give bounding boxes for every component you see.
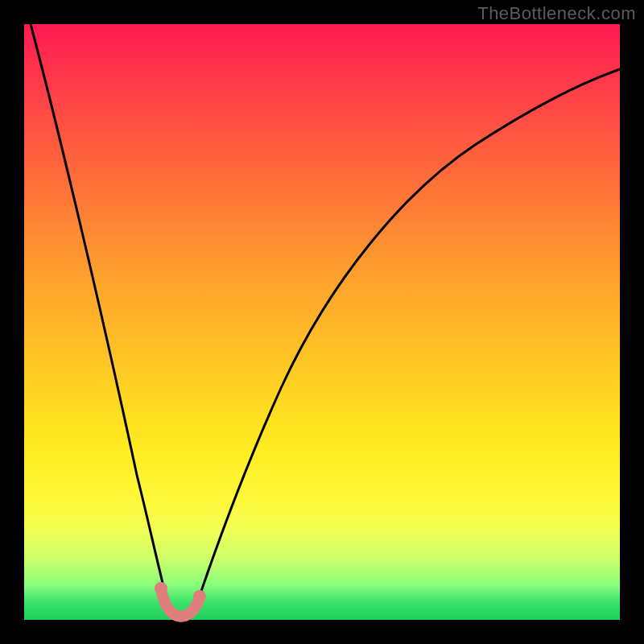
curve-svg [24, 24, 620, 620]
min-marker-dot-right [193, 590, 206, 603]
chart-frame: TheBottleneck.com [0, 0, 644, 644]
plot-area [24, 24, 620, 620]
bottleneck-curve [31, 24, 620, 615]
min-marker-u [161, 589, 200, 617]
watermark-text: TheBottleneck.com [477, 3, 636, 24]
min-marker-dot-left [155, 582, 167, 595]
